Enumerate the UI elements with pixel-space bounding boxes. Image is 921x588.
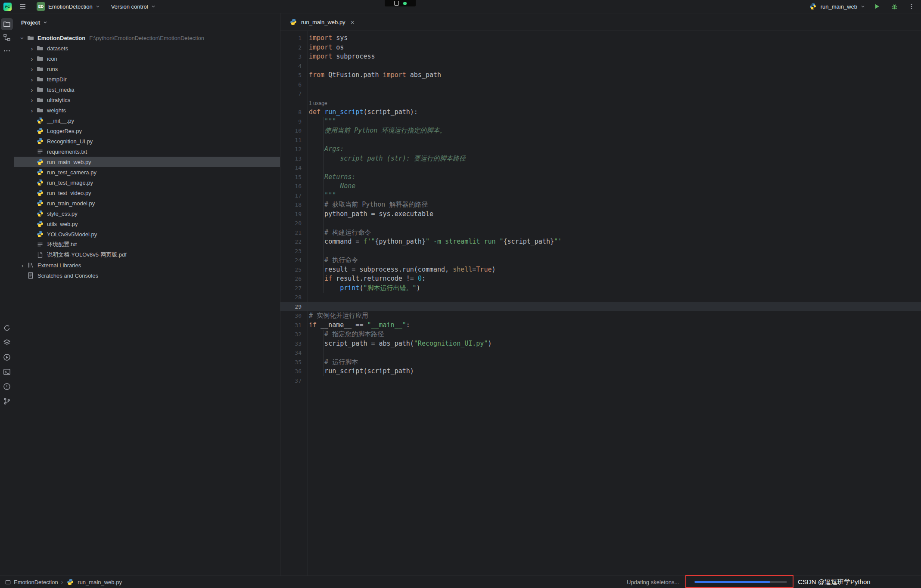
editor-area: run_main_web.py × 1import sys2import os3…: [280, 13, 921, 576]
tree-item[interactable]: ›tempDir: [14, 74, 280, 84]
terminal-tool-button[interactable]: [1, 366, 13, 378]
chevron-icon[interactable]: ›: [28, 76, 36, 83]
line-number: 6: [280, 80, 308, 90]
run-configuration-selector[interactable]: run_main_web: [809, 3, 865, 10]
code-line[interactable]: 31if __name__ == "__main__":: [280, 321, 921, 330]
screen-capture-widget[interactable]: [385, 0, 416, 6]
services-tool-button[interactable]: [1, 337, 13, 349]
tree-item[interactable]: Scratches and Consoles: [14, 270, 280, 281]
tree-item[interactable]: requirements.txt: [14, 146, 280, 157]
tree-item[interactable]: ›runs: [14, 64, 280, 74]
tree-item[interactable]: run_train_model.py: [14, 198, 280, 208]
code-line[interactable]: 37: [280, 376, 921, 386]
code-line[interactable]: 13 script_path (str): 要运行的脚本路径: [280, 154, 921, 164]
run-tool-button[interactable]: [1, 351, 13, 363]
code-line[interactable]: 25 result = subprocess.run(command, shel…: [280, 265, 921, 275]
more-tool-windows-button[interactable]: [1, 45, 13, 57]
code-line[interactable]: 33 script_path = abs_path("Recognition_U…: [280, 339, 921, 349]
code-line[interactable]: 34: [280, 348, 921, 358]
code-line[interactable]: 2import os: [280, 43, 921, 53]
code-line[interactable]: 1import sys: [280, 34, 921, 43]
tree-item[interactable]: Recognition_UI.py: [14, 136, 280, 146]
tree-item[interactable]: ›datasets: [14, 43, 280, 53]
chevron-icon[interactable]: ›: [28, 107, 36, 114]
code-line[interactable]: 24 # 执行命令: [280, 256, 921, 265]
line-number: 25: [280, 265, 308, 275]
breadcrumb-project[interactable]: EmotionDetection: [14, 579, 58, 585]
project-panel-header[interactable]: Project: [14, 13, 280, 31]
code-editor[interactable]: 1import sys2import os3import subprocess4…: [280, 31, 921, 576]
code-line[interactable]: 20: [280, 219, 921, 228]
tree-item[interactable]: run_main_web.py: [14, 157, 280, 167]
code-line[interactable]: 23: [280, 247, 921, 256]
code-line[interactable]: 8def run_script(script_path):: [280, 108, 921, 117]
more-actions-icon[interactable]: [906, 1, 917, 12]
tree-item[interactable]: ›External Libraries: [14, 260, 280, 270]
tree-item[interactable]: utils_web.py: [14, 219, 280, 229]
tree-item[interactable]: ›icon: [14, 53, 280, 64]
code-line[interactable]: 17 """: [280, 191, 921, 201]
code-line[interactable]: 22 command = f'"{python_path}" -m stream…: [280, 237, 921, 247]
python-console-tool-button[interactable]: [1, 322, 13, 334]
project-tool-button[interactable]: [1, 18, 13, 30]
tree-item[interactable]: ›weights: [14, 105, 280, 115]
tree-item[interactable]: LoggerRes.py: [14, 126, 280, 136]
chevron-icon[interactable]: ›: [19, 262, 26, 269]
version-control-tool-button[interactable]: [1, 395, 13, 407]
code-line[interactable]: 19 python_path = sys.executable: [280, 210, 921, 219]
code-line[interactable]: 30# 实例化并运行应用: [280, 311, 921, 321]
code-line[interactable]: 9 """: [280, 117, 921, 127]
code-line[interactable]: 11: [280, 136, 921, 145]
main-menu-icon[interactable]: [18, 1, 28, 12]
debug-button[interactable]: [889, 1, 899, 12]
tree-item[interactable]: 环境配置.txt: [14, 239, 280, 250]
tree-item[interactable]: __init__.py: [14, 115, 280, 126]
code-line[interactable]: 15 Returns:: [280, 173, 921, 182]
tree-item[interactable]: ›ultralytics: [14, 95, 280, 105]
editor-tab[interactable]: run_main_web.py ×: [285, 13, 358, 31]
tree-item[interactable]: style_css.py: [14, 208, 280, 219]
code-line[interactable]: 21 # 构建运行命令: [280, 228, 921, 238]
code-line[interactable]: 14: [280, 163, 921, 173]
code-line[interactable]: 12 Args:: [280, 145, 921, 154]
code-line[interactable]: 7: [280, 89, 921, 99]
tree-item[interactable]: ›test_media: [14, 84, 280, 95]
code-line[interactable]: 18 # 获取当前 Python 解释器的路径: [280, 200, 921, 210]
chevron-icon[interactable]: ›: [28, 87, 36, 93]
breadcrumb-file[interactable]: run_main_web.py: [78, 579, 122, 585]
code-line[interactable]: 26 if result.returncode != 0:: [280, 274, 921, 284]
code-line[interactable]: 32 # 指定您的脚本路径: [280, 330, 921, 339]
chevron-icon[interactable]: ›: [28, 45, 36, 52]
code-line[interactable]: 35 # 运行脚本: [280, 358, 921, 367]
inlay-hint-row[interactable]: 1 usage: [280, 99, 921, 108]
code-line[interactable]: 29: [280, 302, 921, 312]
code-line[interactable]: 27 print("脚本运行出错。"): [280, 284, 921, 293]
structure-tool-button[interactable]: [1, 31, 13, 43]
chevron-icon[interactable]: ›: [19, 34, 26, 42]
code-line[interactable]: 5from QtFusion.path import abs_path: [280, 71, 921, 80]
tree-item[interactable]: run_test_video.py: [14, 188, 280, 198]
code-line[interactable]: 16 None: [280, 182, 921, 191]
problems-tool-button[interactable]: [1, 381, 13, 393]
version-control-menu[interactable]: Version control: [109, 2, 158, 11]
tree-item[interactable]: run_test_camera.py: [14, 167, 280, 177]
code-line[interactable]: 4: [280, 62, 921, 71]
tree-item[interactable]: run_test_image.py: [14, 177, 280, 188]
tree-item[interactable]: YOLOv8v5Model.py: [14, 229, 280, 239]
tree-item[interactable]: 说明文档-YOLOv8v5-网页版.pdf: [14, 250, 280, 260]
code-line[interactable]: 36 run_script(script_path): [280, 367, 921, 376]
code-line[interactable]: 3import subprocess: [280, 52, 921, 62]
tree-item[interactable]: ›EmotionDetectionF:\python\EmotionDetect…: [14, 33, 280, 43]
chevron-icon[interactable]: ›: [28, 97, 36, 103]
usages-inlay-hint[interactable]: 1 usage: [309, 100, 327, 106]
close-tab-icon[interactable]: ×: [351, 19, 355, 25]
status-message[interactable]: Updating skeletons...: [627, 579, 679, 585]
tree-item-label: Recognition_UI.py: [47, 138, 93, 145]
code-line[interactable]: 6: [280, 80, 921, 90]
project-selector[interactable]: ED EmotionDetection: [34, 1, 103, 12]
run-button[interactable]: [872, 1, 882, 12]
code-line[interactable]: 28: [280, 293, 921, 302]
chevron-icon[interactable]: ›: [28, 66, 36, 72]
chevron-icon[interactable]: ›: [28, 56, 36, 62]
code-line[interactable]: 10 使用当前 Python 环境运行指定的脚本。: [280, 126, 921, 136]
